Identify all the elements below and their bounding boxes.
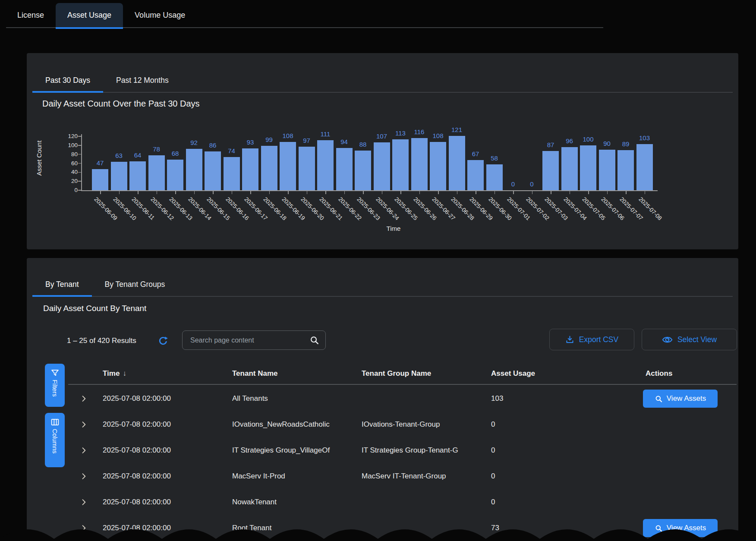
expand-chevron-icon[interactable] bbox=[79, 446, 88, 455]
chart-bar bbox=[430, 142, 446, 191]
tab-by-tenant-groups[interactable]: By Tenant Groups bbox=[92, 274, 178, 297]
x-tick-mark bbox=[626, 191, 627, 194]
x-tick-mark bbox=[382, 191, 383, 194]
view-assets-button[interactable]: View Assets bbox=[643, 519, 718, 537]
x-tick-mark bbox=[532, 191, 533, 194]
cell-tenant-name: IOvations_NewRoadsCatholic bbox=[232, 420, 350, 429]
search-input[interactable] bbox=[183, 337, 309, 344]
x-tick-mark bbox=[250, 191, 251, 194]
y-tick-label: 80 bbox=[53, 151, 78, 157]
cell-time: 2025-07-08 02:00:00 bbox=[103, 524, 171, 532]
chart-bar bbox=[561, 147, 578, 190]
y-tick-mark bbox=[78, 172, 81, 173]
x-tick-mark bbox=[175, 191, 176, 194]
x-tick-mark bbox=[363, 191, 364, 194]
x-tick-mark bbox=[232, 191, 233, 194]
bar-value-label: 74 bbox=[219, 147, 244, 154]
chart-bar bbox=[486, 164, 503, 190]
cell-asset-usage: 0 bbox=[491, 472, 495, 481]
tab-asset-usage[interactable]: Asset Usage bbox=[56, 3, 123, 29]
y-tick-mark bbox=[78, 154, 81, 155]
chart-bar bbox=[205, 151, 221, 190]
x-tick-mark bbox=[288, 191, 289, 194]
column-header-tenant-group-name[interactable]: Tenant Group Name bbox=[362, 369, 431, 378]
table-row: 2025-07-08 02:00:00IT Strategies Group_V… bbox=[27, 437, 738, 463]
y-axis-title: Asset Count bbox=[35, 120, 43, 197]
x-tick-mark bbox=[419, 191, 420, 194]
x-tick-mark bbox=[607, 191, 608, 194]
download-icon bbox=[565, 335, 574, 344]
chart-bar bbox=[599, 150, 615, 190]
x-tick-mark bbox=[645, 191, 646, 194]
chart-bar bbox=[242, 148, 258, 190]
cell-tenant-name: NowakTenant bbox=[232, 498, 350, 506]
tab-license[interactable]: License bbox=[6, 3, 56, 29]
chart-bar bbox=[129, 161, 146, 190]
refresh-button[interactable] bbox=[158, 336, 168, 346]
column-header-asset-usage[interactable]: Asset Usage bbox=[491, 369, 535, 378]
daily-asset-count-chart: Asset Count Time 020406080100120472025-0… bbox=[27, 118, 738, 247]
tab-by-tenant[interactable]: By Tenant bbox=[32, 274, 92, 297]
export-csv-button[interactable]: Export CSV bbox=[549, 329, 634, 350]
y-tick-mark bbox=[78, 145, 81, 146]
chart-title: Daily Asset Count Over the Past 30 Days bbox=[42, 99, 200, 109]
sort-descending-icon[interactable]: ↓ bbox=[123, 369, 126, 377]
cell-asset-usage: 0 bbox=[491, 498, 495, 506]
x-tick-mark bbox=[138, 191, 139, 194]
table-heading: Daily Asset Count By Tenant bbox=[43, 304, 146, 313]
cell-tenant-name: All Tenants bbox=[232, 394, 350, 403]
chart-bar bbox=[111, 162, 127, 190]
x-tick-mark bbox=[400, 191, 401, 194]
cell-time: 2025-07-08 02:00:00 bbox=[103, 446, 171, 455]
cell-asset-usage: 0 bbox=[491, 446, 495, 455]
y-tick-mark bbox=[78, 190, 81, 191]
bar-value-label: 89 bbox=[613, 140, 638, 148]
tab-past-12-months[interactable]: Past 12 Months bbox=[103, 69, 182, 93]
asset-usage-page: { "top_tabs": { "items": [ { "label": "L… bbox=[0, 0, 756, 541]
expand-chevron-icon[interactable] bbox=[79, 420, 88, 429]
y-tick-mark bbox=[78, 163, 81, 164]
chart-bar bbox=[580, 145, 596, 190]
x-tick-mark bbox=[307, 191, 308, 194]
bar-value-label: 97 bbox=[294, 137, 319, 144]
expand-chevron-icon[interactable] bbox=[79, 524, 88, 532]
x-tick-mark bbox=[457, 191, 458, 194]
refresh-icon bbox=[158, 336, 168, 346]
expand-chevron-icon[interactable] bbox=[79, 472, 88, 481]
table-row: 2025-07-08 02:00:00NowakTenant0 bbox=[27, 489, 738, 515]
cell-tenant-name: IT Strategies Group_VillageOf bbox=[232, 446, 350, 455]
chart-bar bbox=[148, 155, 165, 190]
bar-value-label: 68 bbox=[163, 150, 188, 157]
chart-range-tabs: Past 30 Days Past 12 Months bbox=[32, 69, 733, 93]
cell-asset-usage: 73 bbox=[491, 524, 499, 532]
tab-past-30-days[interactable]: Past 30 Days bbox=[32, 69, 103, 93]
cell-time: 2025-07-08 02:00:00 bbox=[103, 498, 171, 506]
x-tick-mark bbox=[194, 191, 195, 194]
table-row: 2025-07-08 02:00:00IOvations_NewRoadsCat… bbox=[27, 412, 738, 437]
search-icon[interactable] bbox=[309, 335, 319, 345]
y-tick-mark bbox=[78, 181, 81, 182]
table-header-divider bbox=[68, 384, 737, 385]
y-tick-label: 40 bbox=[53, 169, 78, 175]
tab-volume-usage[interactable]: Volume Usage bbox=[123, 3, 197, 29]
table-group-tabs: By Tenant By Tenant Groups bbox=[32, 274, 733, 297]
chart-bar bbox=[317, 140, 334, 190]
view-assets-button[interactable]: View Assets bbox=[643, 390, 718, 408]
table-row: 2025-07-08 02:00:00Root Tenant73View Ass… bbox=[27, 515, 738, 541]
column-header-tenant-name[interactable]: Tenant Name bbox=[232, 369, 278, 378]
x-tick-mark bbox=[119, 191, 120, 194]
expand-chevron-icon[interactable] bbox=[79, 394, 88, 403]
x-tick-mark bbox=[513, 191, 514, 194]
expand-chevron-icon[interactable] bbox=[79, 498, 88, 506]
chart-bar bbox=[186, 149, 202, 190]
column-header-time[interactable]: Time↓ bbox=[103, 369, 126, 378]
x-tick-mark bbox=[325, 191, 326, 194]
y-tick-label: 60 bbox=[53, 160, 78, 167]
eye-icon bbox=[662, 334, 673, 345]
y-tick-label: 120 bbox=[53, 133, 78, 139]
cell-tenant-group-name: IOvations-Tenant-Group bbox=[362, 420, 482, 429]
select-view-button[interactable]: Select View bbox=[642, 329, 737, 350]
x-axis-line bbox=[81, 190, 658, 191]
chart-bar bbox=[280, 142, 296, 191]
cell-asset-usage: 103 bbox=[491, 394, 503, 403]
